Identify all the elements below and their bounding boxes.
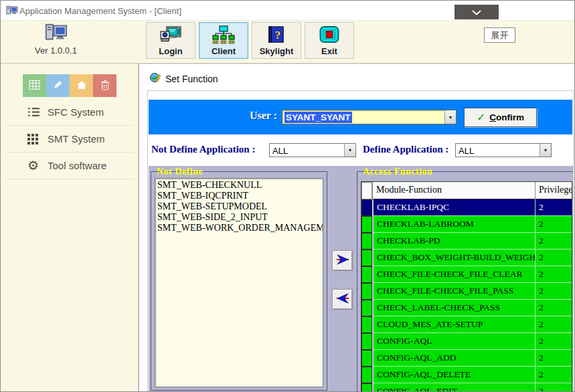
- table-row[interactable]: CONFIG-AQL 2: [361, 333, 572, 350]
- table-row[interactable]: CLOUD_MES_ATE-SETUP 2: [361, 316, 572, 333]
- row-selector-cell[interactable]: [361, 383, 372, 392]
- sidebar-action-table-button[interactable]: [23, 74, 46, 97]
- collapse-button[interactable]: [455, 5, 499, 19]
- toolbar-button-label: Client: [212, 46, 236, 56]
- row-selector-cell[interactable]: [361, 316, 372, 333]
- cell-module[interactable]: CHECKLAB-IPQC: [372, 199, 535, 216]
- sidebar: SFC System SMT System ⚙ Tool software: [1, 64, 139, 392]
- move-right-button[interactable]: [332, 250, 353, 271]
- table-row[interactable]: CHECK_LABEL-CHECK_PASS 2: [361, 300, 572, 316]
- arrow-left-icon: [335, 291, 350, 308]
- cell-module[interactable]: CLOUD_MES_ATE-SETUP: [372, 316, 535, 333]
- cell-module[interactable]: CONFIG-AQL: [372, 333, 535, 350]
- toolbar-button-skylight[interactable]: ? Skylight: [252, 22, 301, 59]
- toolbar-button-exit[interactable]: Exit: [305, 22, 354, 59]
- table-header-row: Module-Function Privilege: [361, 182, 572, 199]
- row-selector-cell[interactable]: [361, 300, 372, 316]
- dropdown-arrow-icon[interactable]: ▼: [344, 144, 355, 157]
- sidebar-item-smt-system[interactable]: SMT System: [6, 126, 133, 153]
- main-panel: Set Function User : SYANT_SYANT ▼ ✓ Conf…: [139, 64, 575, 392]
- cell-module[interactable]: CONFIG-AQL_EDIT: [372, 383, 535, 392]
- client-orgchart-icon: [212, 23, 235, 46]
- cell-module[interactable]: CONFIG-AQL_ADD: [372, 350, 535, 367]
- row-selector-cell[interactable]: [361, 367, 372, 383]
- list-item[interactable]: SMT_WEB-IQCPRINT: [157, 191, 323, 201]
- cell-module[interactable]: CHECK_FILE-CHECK_FILE_CLEAR: [372, 266, 535, 283]
- sidebar-item-label: SMT System: [48, 133, 105, 144]
- cell-module[interactable]: CHECKLAB-LABROOM: [372, 216, 535, 233]
- table-row[interactable]: CONFIG-AQL_EDIT 2: [361, 383, 572, 392]
- chevron-down-icon: [472, 7, 481, 17]
- cell-module[interactable]: CHECK_FILE-CHECK_FILE_PASS: [372, 283, 535, 300]
- groupbox-title: Not Define: [157, 167, 203, 177]
- row-selector-cell[interactable]: [361, 216, 372, 233]
- table-row[interactable]: CHECKLAB-IPQC 2: [361, 199, 572, 216]
- row-selector-cell[interactable]: [361, 233, 372, 250]
- cell-privilege[interactable]: 2: [535, 216, 572, 233]
- grid-icon: [27, 134, 46, 144]
- sidebar-action-edit-button[interactable]: [46, 74, 70, 97]
- table-row[interactable]: CHECKLAB-PD 2: [361, 233, 572, 250]
- sidebar-action-home-button[interactable]: [70, 74, 93, 97]
- table-row[interactable]: CHECKLAB-LABROOM 2: [361, 216, 572, 233]
- version-panel: Ver 1.0.0.1: [17, 23, 94, 56]
- not-define-list[interactable]: SMT_WEB-CHECKNULLSMT_WEB-IQCPRINTSMT_WEB…: [155, 178, 323, 387]
- sidebar-item-tool-software[interactable]: ⚙ Tool software: [6, 153, 133, 179]
- list-item[interactable]: SMT_WEB-WORK_ORDER_MANAGEMENT: [157, 223, 323, 233]
- computers-icon: [45, 32, 68, 43]
- list-item[interactable]: SMT_WEB-SETUPMODEL: [157, 201, 323, 212]
- define-application-combobox[interactable]: ALL ▼: [455, 143, 552, 157]
- home-icon: [76, 80, 87, 92]
- cell-privilege[interactable]: 2: [535, 250, 572, 266]
- cell-privilege[interactable]: 2: [535, 283, 572, 300]
- filter-bar: Not Define Application : ALL ▼ Define Ap…: [149, 134, 572, 166]
- cell-module[interactable]: CHECK_LABEL-CHECK_PASS: [372, 300, 535, 316]
- cell-privilege[interactable]: 2: [535, 383, 572, 392]
- dropdown-arrow-icon[interactable]: ▼: [444, 110, 456, 124]
- confirm-button[interactable]: ✓ Confirm: [464, 108, 537, 127]
- list-icon: [27, 107, 46, 117]
- row-selector-cell[interactable]: [361, 350, 372, 367]
- cell-privilege[interactable]: 2: [535, 233, 572, 250]
- cell-privilege[interactable]: 2: [535, 199, 572, 216]
- sidebar-action-delete-button[interactable]: [93, 74, 116, 97]
- table-row[interactable]: CONFIG-AQL_DELETE 2: [361, 367, 572, 383]
- list-item[interactable]: SMT_WEB-SIDE_2_INPUT: [157, 212, 323, 223]
- toolbar-button-client[interactable]: Client: [199, 22, 248, 59]
- toolbar-button-login[interactable]: Login: [146, 22, 195, 59]
- cell-privilege[interactable]: 2: [535, 350, 572, 367]
- expand-button[interactable]: 展开: [484, 27, 515, 43]
- user-combobox[interactable]: SYANT_SYANT ▼: [282, 110, 457, 124]
- access-function-groupbox: Access Function Module-Function Privileg…: [357, 171, 574, 392]
- table-row[interactable]: CHECK_FILE-CHECK_FILE_CLEAR 2: [361, 266, 572, 283]
- login-computers-icon: [160, 23, 181, 46]
- version-label: Ver 1.0.0.1: [17, 45, 94, 56]
- set-function-form: User : SYANT_SYANT ▼ ✓ Confirm Not Defin…: [147, 90, 574, 392]
- row-selector-cell[interactable]: [361, 199, 372, 216]
- cell-privilege[interactable]: 2: [535, 333, 572, 350]
- cell-privilege[interactable]: 2: [535, 367, 572, 383]
- not-define-application-combobox[interactable]: ALL ▼: [269, 143, 356, 157]
- table-icon: [29, 80, 40, 92]
- cell-privilege[interactable]: 2: [535, 316, 572, 333]
- user-banner: User : SYANT_SYANT ▼ ✓ Confirm: [149, 100, 572, 134]
- table-row[interactable]: CHECK_BOX_WEIGHT-BUILD_WEIGHT 2: [361, 250, 572, 266]
- svg-text:?: ?: [275, 29, 280, 41]
- row-selector-cell[interactable]: [361, 266, 372, 283]
- access-table: Module-Function Privilege CHECKLAB-IPQC …: [361, 181, 572, 392]
- row-selector-cell[interactable]: [361, 333, 372, 350]
- row-selector-cell[interactable]: [361, 283, 372, 300]
- row-selector-cell[interactable]: [361, 250, 372, 266]
- table-row[interactable]: CONFIG-AQL_ADD 2: [361, 350, 572, 367]
- dropdown-arrow-icon[interactable]: ▼: [540, 144, 551, 157]
- cell-privilege[interactable]: 2: [535, 266, 572, 283]
- cell-privilege[interactable]: 2: [535, 300, 572, 316]
- cell-module[interactable]: CHECKLAB-PD: [372, 233, 535, 250]
- move-left-button[interactable]: [332, 289, 353, 310]
- cell-module[interactable]: CHECK_BOX_WEIGHT-BUILD_WEIGHT: [372, 250, 535, 266]
- sidebar-item-sfc-system[interactable]: SFC System: [6, 99, 133, 126]
- table-row[interactable]: CHECK_FILE-CHECK_FILE_PASS 2: [361, 283, 572, 300]
- toolbar: Ver 1.0.0.1 Login: [1, 21, 574, 64]
- cell-module[interactable]: CONFIG-AQL_DELETE: [372, 367, 535, 383]
- list-item[interactable]: SMT_WEB-CHECKNULL: [157, 180, 323, 191]
